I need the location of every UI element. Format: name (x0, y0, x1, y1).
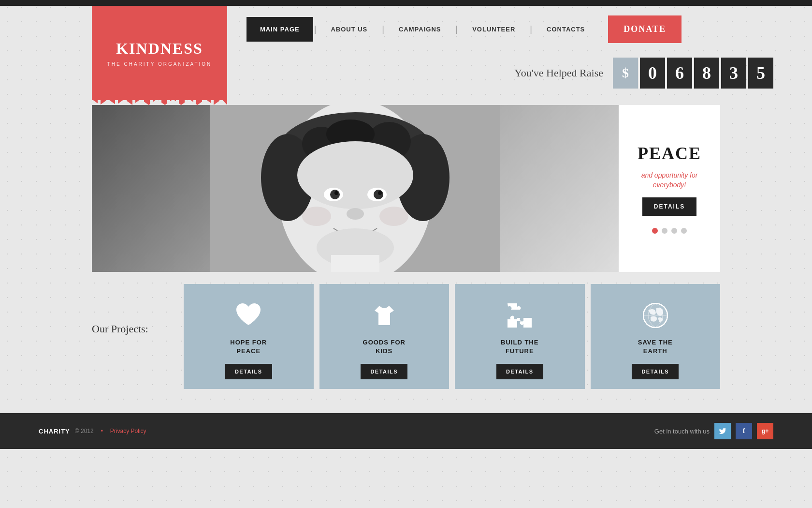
slider-dot-2[interactable] (662, 228, 667, 234)
logo-block[interactable]: KINDNESS THE CHARITY ORGANIZATION (92, 6, 227, 100)
projects-label: Our Projects: (92, 284, 169, 335)
project-details-build[interactable]: DETAILS (496, 364, 543, 379)
project-details-earth[interactable]: DETAILS (632, 364, 679, 379)
counter-digit-3: 3 (721, 58, 746, 89)
logo-subtitle: THE CHARITY ORGANIZATION (107, 61, 212, 67)
main-content: PEACE and opportunity for everybody! DET… (92, 105, 720, 403)
counter-display: $ 0 6 8 3 5 (613, 58, 773, 89)
counter-currency: $ (613, 58, 638, 89)
nav-sep-2: | (381, 24, 385, 34)
svg-rect-22 (210, 105, 500, 272)
counter-digit-2: 8 (694, 58, 719, 89)
project-name-build: BUILD THEFUTURE (501, 338, 538, 356)
project-details-goods[interactable]: DETAILS (361, 364, 407, 379)
nav-about-us[interactable]: ABOUT US (317, 17, 381, 42)
slider-dot-3[interactable] (671, 228, 677, 234)
footer-social-label: Get in touch with us (654, 428, 710, 435)
nav-volunteer[interactable]: VOLUNTEER (459, 17, 529, 42)
project-card-hope[interactable]: HOPE FORPEACE DETAILS (184, 284, 314, 389)
slider-dot-4[interactable] (681, 228, 687, 234)
donate-button[interactable]: DONATE (608, 15, 682, 43)
footer-separator: • (101, 428, 103, 434)
project-details-hope[interactable]: DETAILS (225, 364, 272, 379)
nav-main-page[interactable]: MAIN PAGE (246, 17, 313, 42)
hero-text-panel: PEACE and opportunity for everybody! DET… (619, 105, 720, 272)
project-name-hope: HOPE FORPEACE (230, 338, 267, 356)
hero-details-button[interactable]: DETAILS (642, 197, 696, 216)
counter-section: You've Helped Raise $ 0 6 8 3 5 (246, 43, 812, 98)
nav-area: MAIN PAGE | ABOUT US | CAMPAIGNS | VOLUN… (227, 6, 812, 98)
hero-image (92, 105, 619, 272)
facebook-button[interactable]: f (736, 423, 752, 439)
hero-heading: PEACE (638, 143, 701, 164)
counter-digit-1: 6 (667, 58, 692, 89)
twitter-button[interactable] (714, 423, 731, 439)
google-plus-button[interactable]: g+ (757, 423, 773, 439)
top-bar (0, 0, 812, 6)
projects-section: Our Projects: HOPE FORPEACE DETAILS (92, 284, 720, 403)
slider-dot-1[interactable] (652, 228, 658, 234)
footer-brand: CHARITY (39, 428, 70, 435)
project-card-goods[interactable]: GOODS FORKIDS DETAILS (319, 284, 450, 389)
puzzle-icon (503, 299, 536, 332)
nav-bar: MAIN PAGE | ABOUT US | CAMPAIGNS | VOLUN… (246, 15, 812, 43)
project-name-earth: SAVE THEEARTH (638, 338, 673, 356)
footer-right: Get in touch with us f g+ (654, 423, 773, 439)
nav-sep-4: | (529, 24, 533, 34)
logo-title: KINDNESS (116, 40, 203, 58)
counter-digit-4: 5 (748, 58, 773, 89)
nav-campaigns[interactable]: CAMPAIGNS (385, 17, 454, 42)
header: KINDNESS THE CHARITY ORGANIZATION MAIN P… (0, 6, 812, 105)
footer: CHARITY © 2012 • Privacy Policy Get in t… (0, 413, 812, 449)
footer-copyright: © 2012 (75, 428, 94, 434)
nav-sep-1: | (313, 24, 318, 34)
footer-privacy-link[interactable]: Privacy Policy (110, 428, 146, 434)
google-plus-icon: g+ (762, 428, 768, 434)
slider-dots (652, 228, 687, 234)
hero-image-svg (210, 105, 500, 272)
project-card-earth[interactable]: SAVE THEEARTH DETAILS (591, 284, 721, 389)
nav-contacts[interactable]: CONTACTS (533, 17, 598, 42)
counter-digit-0: 0 (640, 58, 665, 89)
project-name-goods: GOODS FORKIDS (363, 338, 406, 356)
facebook-icon: f (743, 427, 745, 435)
nav-sep-3: | (454, 24, 459, 34)
footer-left: CHARITY © 2012 • Privacy Policy (39, 428, 146, 435)
counter-label: You've Helped Raise (514, 67, 603, 79)
shirt-icon (367, 299, 401, 332)
hero-subtext: and opportunity for everybody! (628, 171, 710, 190)
globe-icon (638, 299, 672, 332)
heart-icon (232, 299, 265, 332)
hero-slider: PEACE and opportunity for everybody! DET… (92, 105, 720, 272)
project-card-build[interactable]: BUILD THEFUTURE DETAILS (455, 284, 585, 389)
projects-grid: HOPE FORPEACE DETAILS GOODS FORKIDS DETA… (184, 284, 720, 389)
